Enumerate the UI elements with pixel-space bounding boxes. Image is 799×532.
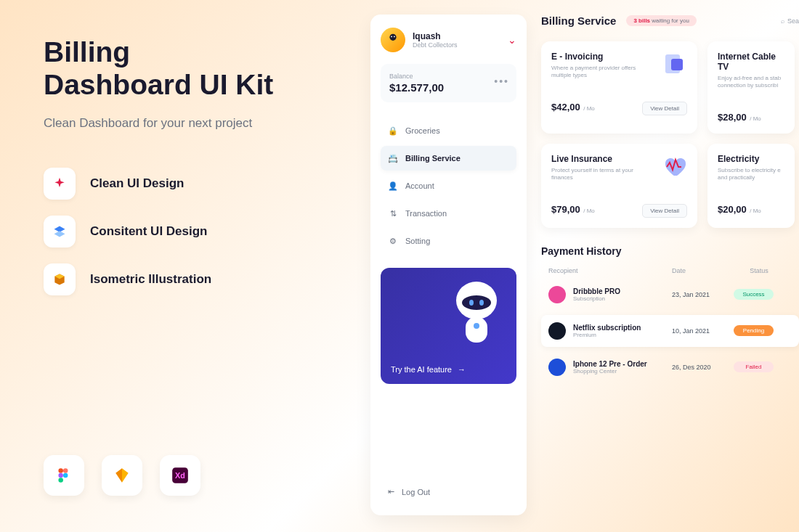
nav: 🔒Groceries 📇Billing Service 👤Account ⇅Tr… [381, 118, 516, 256]
service-card-einvoicing[interactable]: E - Invoicing Where a payment provider o… [541, 41, 697, 134]
user-role: Debt Collectors [413, 41, 500, 49]
more-icon[interactable]: ••• [494, 75, 509, 87]
card-icon: 📇 [388, 153, 398, 163]
sidebar: Iquash Debt Collectors ⌄ Balance $12.577… [370, 15, 527, 515]
svg-point-13 [479, 300, 484, 306]
history-row[interactable]: Dribbble PROSubscription 23, Jan 2021 Su… [541, 279, 799, 311]
nav-billing[interactable]: 📇Billing Service [381, 146, 516, 171]
payment-history: Payment History Recopient Date Status Dr… [541, 245, 799, 383]
promo-subtitle: Clean Dashboard for your next project [44, 115, 334, 132]
service-card-electricity[interactable]: Electricity Subscribe to electricity e a… [707, 144, 795, 228]
service-card-internet[interactable]: Internet Cable TV Enjoy ad-free and a st… [707, 41, 795, 134]
recipient-dot [548, 286, 566, 303]
feature-item: Consitent UI Design [44, 216, 334, 247]
balance-value: $12.577,00 [389, 81, 508, 94]
nav-setting[interactable]: ⚙Sotting [381, 229, 516, 253]
feature-item: Clean UI Design [44, 168, 334, 200]
xd-icon: Xd [160, 455, 200, 496]
svg-rect-14 [466, 317, 487, 343]
service-card-insurance[interactable]: Live Insurance Protect yourself in terms… [541, 144, 697, 228]
svg-point-12 [469, 300, 474, 306]
svg-point-15 [474, 323, 479, 329]
heart-icon [661, 154, 687, 180]
logout-button[interactable]: ⇤Log Out [381, 481, 516, 502]
arrow-right-icon: → [458, 365, 466, 374]
svg-point-1 [63, 468, 68, 473]
balance-label: Balance [389, 73, 508, 80]
avatar [381, 28, 405, 52]
gear-icon: ⚙ [388, 236, 398, 246]
profile[interactable]: Iquash Debt Collectors ⌄ [381, 28, 516, 52]
history-title: Payment History [541, 245, 799, 257]
svg-text:Xd: Xd [175, 471, 185, 480]
promo-title: BillingDashboard UI Kit [44, 36, 334, 102]
balance-card: Balance $12.577,00 ••• [381, 64, 516, 102]
search-input[interactable]: ⌕Sea [781, 17, 799, 25]
robot-illustration [444, 275, 509, 355]
lock-icon: 🔒 [388, 126, 398, 136]
chevron-down-icon[interactable]: ⌄ [508, 34, 516, 46]
feature-item: Isometric Illustration [44, 263, 334, 295]
status-badge: Success [734, 289, 774, 300]
nav-transaction[interactable]: ⇅Transaction [381, 201, 516, 226]
svg-point-7 [389, 34, 396, 41]
main-content: Billing Service 3 bills waiting for you … [541, 15, 799, 383]
bills-badge: 3 bills waiting for you [626, 15, 697, 26]
history-row[interactable]: Iphone 12 Pre - OrderShopping Center 26,… [541, 351, 799, 383]
search-icon: ⌕ [781, 17, 784, 25]
sketch-icon [102, 455, 142, 496]
status-badge: Pending [734, 325, 774, 336]
svg-point-3 [63, 473, 68, 478]
svg-rect-17 [671, 59, 683, 70]
svg-point-8 [391, 36, 392, 38]
page-title: Billing Service [541, 15, 616, 27]
view-detail-button[interactable]: View Detail [642, 102, 687, 115]
layers-icon [44, 216, 76, 247]
nav-account[interactable]: 👤Account [381, 173, 516, 198]
svg-point-9 [394, 36, 395, 38]
history-row[interactable]: Netflix subscriptionPremium 10, Jan 2021… [541, 315, 799, 347]
logout-icon: ⇤ [388, 487, 394, 496]
user-name: Iquash [413, 31, 500, 41]
svg-point-0 [58, 468, 63, 473]
svg-point-4 [58, 478, 63, 483]
invoice-icon [661, 52, 687, 78]
ai-promo-card[interactable]: Try the AI feature→ [381, 268, 516, 384]
recipient-dot [548, 359, 566, 376]
swap-icon: ⇅ [388, 208, 398, 218]
svg-point-2 [58, 473, 63, 478]
ai-text: Try the AI feature [391, 365, 452, 374]
view-detail-button[interactable]: View Detail [642, 204, 687, 218]
history-header: Recopient Date Status [541, 267, 799, 274]
nav-groceries[interactable]: 🔒Groceries [381, 118, 516, 143]
feature-list: Clean UI Design Consitent UI Design Isom… [44, 168, 334, 295]
user-icon: 👤 [388, 181, 398, 191]
recipient-dot [548, 322, 566, 340]
status-badge: Failed [734, 361, 774, 372]
figma-icon [44, 455, 84, 496]
svg-point-11 [462, 295, 491, 310]
cube-icon [44, 263, 76, 295]
sparkle-icon [44, 168, 76, 200]
